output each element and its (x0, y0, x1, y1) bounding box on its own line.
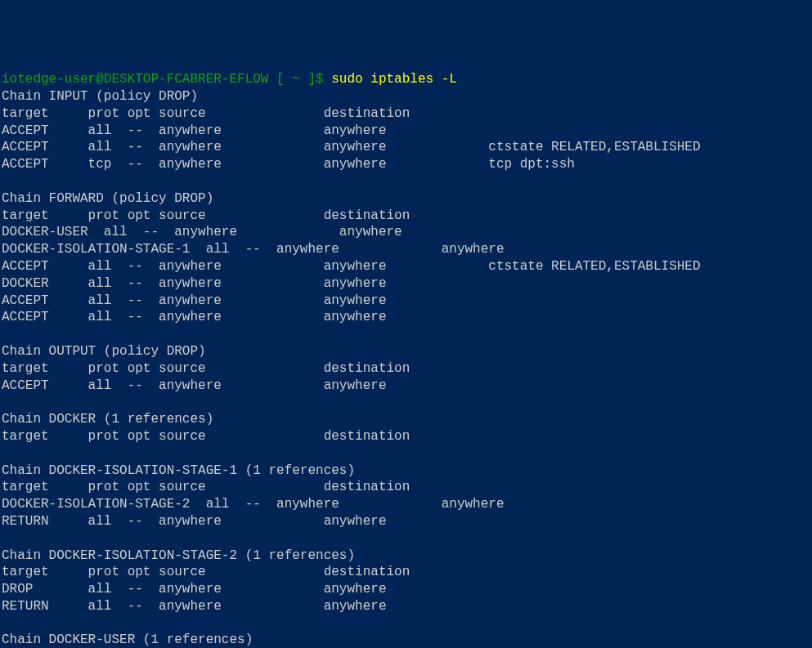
rule-line: DOCKER all -- anywhere anywhere (2, 275, 810, 293)
chain-columns: target prot opt source destination (2, 360, 810, 378)
rule-line: RETURN all -- anywhere anywhere (2, 598, 810, 615)
rule-line: DROP all -- anywhere anywhere (2, 581, 810, 598)
terminal-output: iotedge-user@DESKTOP-FCABRER-EFLOW [ ~ ]… (2, 71, 810, 648)
chain-header: Chain FORWARD (policy DROP) (2, 190, 810, 208)
blank-line (2, 173, 810, 190)
rule-line: DOCKER-ISOLATION-STAGE-2 all -- anywhere… (2, 496, 810, 513)
chain-header: Chain DOCKER (1 references) (2, 411, 810, 428)
chain-header: Chain DOCKER-ISOLATION-STAGE-2 (1 refere… (2, 547, 810, 565)
chain-columns: target prot opt source destination (2, 479, 810, 496)
rule-line: RETURN all -- anywhere anywhere (2, 513, 810, 530)
chain-columns: target prot opt source destination (2, 564, 810, 581)
chain-columns: target prot opt source destination (2, 105, 810, 123)
prompt-path: [ ~ ]$ (268, 72, 331, 87)
chain-header: Chain OUTPUT (policy DROP) (2, 343, 810, 360)
rule-line: ACCEPT all -- anywhere anywhere ctstate … (2, 258, 810, 275)
prompt-user-host: iotedge-user@DESKTOP-FCABRER-EFLOW (2, 72, 268, 87)
blank-line (2, 615, 810, 632)
rule-line: ACCEPT tcp -- anywhere anywhere tcp dpt:… (2, 156, 810, 173)
blank-line (2, 445, 810, 463)
rule-line: ACCEPT all -- anywhere anywhere (2, 309, 810, 326)
chain-header: Chain DOCKER-ISOLATION-STAGE-1 (1 refere… (2, 463, 810, 480)
chain-columns: target prot opt source destination (2, 208, 810, 225)
blank-line (2, 394, 810, 411)
chain-header: Chain INPUT (policy DROP) (2, 88, 810, 105)
rule-line: ACCEPT all -- anywhere anywhere (2, 293, 810, 310)
rule-line: ACCEPT all -- anywhere anywhere ctstate … (2, 139, 810, 156)
blank-line (2, 530, 810, 547)
rule-line: ACCEPT all -- anywhere anywhere (2, 123, 810, 140)
rule-line: DOCKER-ISOLATION-STAGE-1 all -- anywhere… (2, 241, 810, 258)
prompt-line[interactable]: iotedge-user@DESKTOP-FCABRER-EFLOW [ ~ ]… (2, 71, 810, 88)
chain-header: Chain DOCKER-USER (1 references) (2, 632, 810, 648)
chain-columns: target prot opt source destination (2, 428, 810, 445)
prompt-command: sudo iptables -L (331, 72, 457, 87)
rule-line: ACCEPT all -- anywhere anywhere (2, 378, 810, 395)
blank-line (2, 326, 810, 343)
rule-line: DOCKER-USER all -- anywhere anywhere (2, 224, 810, 241)
